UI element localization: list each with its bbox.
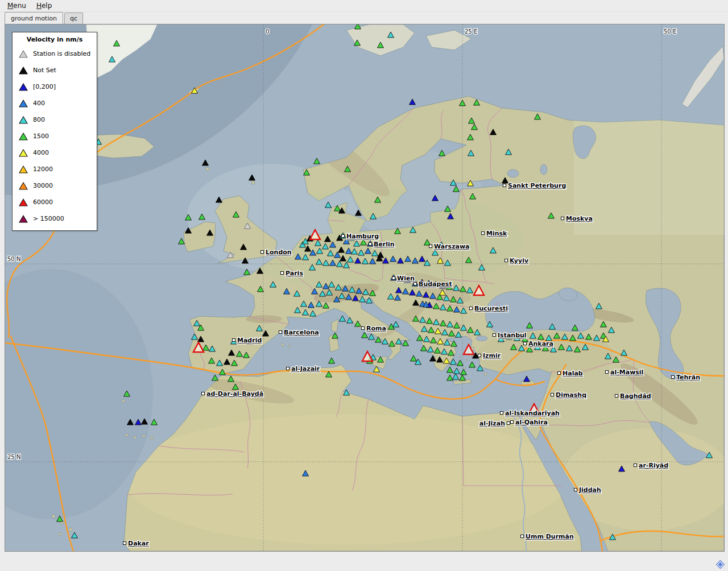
map-canvas[interactable]: 025 E50 E50 N25 N LondonParisHamburgBerl… xyxy=(5,24,725,552)
status-compass-icon[interactable] xyxy=(716,560,725,569)
tab-bar: ground motionqc xyxy=(0,12,728,24)
city-marker xyxy=(482,232,485,235)
city-label: Moskva xyxy=(566,215,593,222)
city-label: ar-Riyâd xyxy=(639,462,668,469)
legend-label: [0,200] xyxy=(33,83,56,90)
legend-item-4000: 4000 xyxy=(13,144,97,161)
city-marker xyxy=(392,277,395,280)
city-marker xyxy=(202,392,205,395)
legend-items: Station is disabledNot Set[0,200]4008001… xyxy=(13,45,97,227)
city-label: Istanbul xyxy=(498,332,527,339)
city-label: London xyxy=(266,249,292,256)
parallel-label: 25 N xyxy=(7,454,20,460)
city-marker xyxy=(470,307,473,310)
city-marker xyxy=(478,354,481,357)
city-label: Hamburg xyxy=(346,233,379,240)
city-label: Baghdâd xyxy=(620,392,651,400)
legend-item-400: 400 xyxy=(13,95,97,111)
legend-triangle-icon-1500 xyxy=(18,132,28,141)
legend-triangle-icon-60000 xyxy=(18,198,28,207)
legend-label: Station is disabled xyxy=(33,50,90,57)
city-label: al-Iskandarîyah xyxy=(505,409,560,417)
city-marker xyxy=(414,283,417,286)
menu-bar: MenuHelp xyxy=(0,0,728,12)
legend-triangle-icon-disabled xyxy=(18,49,28,59)
legend-item-12000: 12000 xyxy=(13,161,97,177)
city-label: Berlin xyxy=(374,241,395,248)
city-marker xyxy=(521,535,524,538)
legend-triangle-icon-4000 xyxy=(18,148,28,158)
city-label: al-Qahira xyxy=(515,419,548,426)
city-marker xyxy=(342,235,345,238)
legend-label: 400 xyxy=(33,100,45,107)
legend-item-30000: 30000 xyxy=(13,177,97,194)
city-marker xyxy=(672,376,675,379)
city-label: Sankt Peterburg xyxy=(508,182,566,189)
city-marker xyxy=(606,371,609,374)
legend-triangle-icon-12000 xyxy=(18,165,28,174)
city-marker xyxy=(281,272,284,275)
menu-item-menu[interactable]: Menu xyxy=(2,1,31,11)
city-label: Minsk xyxy=(486,230,507,237)
city-marker xyxy=(429,245,432,248)
legend-item-800: 800 xyxy=(13,111,97,128)
city-marker xyxy=(362,327,365,330)
city-label: Warszawa xyxy=(434,243,470,250)
city-label: Tehrân xyxy=(676,374,700,381)
meridian-label: 0 xyxy=(266,28,269,35)
legend-label: 4000 xyxy=(33,149,49,156)
city-marker xyxy=(561,217,564,220)
world-map[interactable]: 025 E50 E50 N25 N LondonParisHamburgBerl… xyxy=(5,24,724,551)
map-legend: Velocity in nm/s Station is disabledNot … xyxy=(12,32,97,231)
city-marker xyxy=(369,243,372,246)
legend-item-1500: 1500 xyxy=(13,128,97,144)
legend-triangle-icon-200 xyxy=(18,82,28,92)
legend-item-200: [0,200] xyxy=(13,78,97,95)
city-marker xyxy=(558,372,561,375)
parallel-label: 50 N xyxy=(7,256,20,262)
legend-item-150000: > 150000 xyxy=(13,210,97,227)
city-label: Paris xyxy=(286,270,303,277)
city-label: Madrid xyxy=(237,337,262,344)
city-label: ad-Dar-al-Baydâ xyxy=(206,390,263,398)
city-label: Umm Durmân xyxy=(526,533,574,540)
city-marker xyxy=(287,367,289,370)
city-marker xyxy=(507,422,510,425)
tab-ground-motion[interactable]: ground motion xyxy=(5,12,63,24)
legend-triangle-icon-notset xyxy=(18,66,28,75)
city-label: Dimashq xyxy=(556,391,586,399)
city-label: Wien xyxy=(397,275,415,282)
tab-qc[interactable]: qc xyxy=(64,13,83,24)
city-marker xyxy=(279,331,282,334)
legend-label: Not Set xyxy=(33,67,56,74)
city-marker xyxy=(551,394,554,396)
city-marker xyxy=(524,342,527,345)
city-marker xyxy=(493,334,496,337)
city-marker xyxy=(123,542,126,545)
city-label: Budapest xyxy=(419,280,452,288)
legend-title: Velocity in nm/s xyxy=(13,36,97,43)
legend-label: 1500 xyxy=(33,133,49,140)
city-label: Bucuresti xyxy=(474,305,508,312)
legend-label: 60000 xyxy=(33,198,53,206)
status-bar xyxy=(0,552,728,571)
legend-triangle-icon-150000 xyxy=(18,214,28,224)
city-marker xyxy=(233,339,235,342)
legend-item-disabled: Station is disabled xyxy=(13,45,97,62)
legend-label: 800 xyxy=(33,116,45,123)
legend-label: > 150000 xyxy=(33,215,64,222)
city-marker xyxy=(503,184,506,187)
city-marker xyxy=(511,421,514,424)
city-label: al-Jazair xyxy=(291,365,320,373)
city-label: Izmir xyxy=(483,352,501,359)
city-label: al-Mawsil xyxy=(610,369,643,376)
city-label: Roma xyxy=(366,325,386,332)
city-marker xyxy=(261,251,264,254)
city-label: Barcelona xyxy=(284,329,319,336)
city-marker xyxy=(634,464,637,467)
menu-item-help[interactable]: Help xyxy=(31,1,57,11)
legend-item-notset: Not Set xyxy=(13,62,97,78)
city-marker xyxy=(500,412,503,415)
meridian-label: 25 E xyxy=(465,28,477,35)
legend-label: 30000 xyxy=(33,182,53,189)
